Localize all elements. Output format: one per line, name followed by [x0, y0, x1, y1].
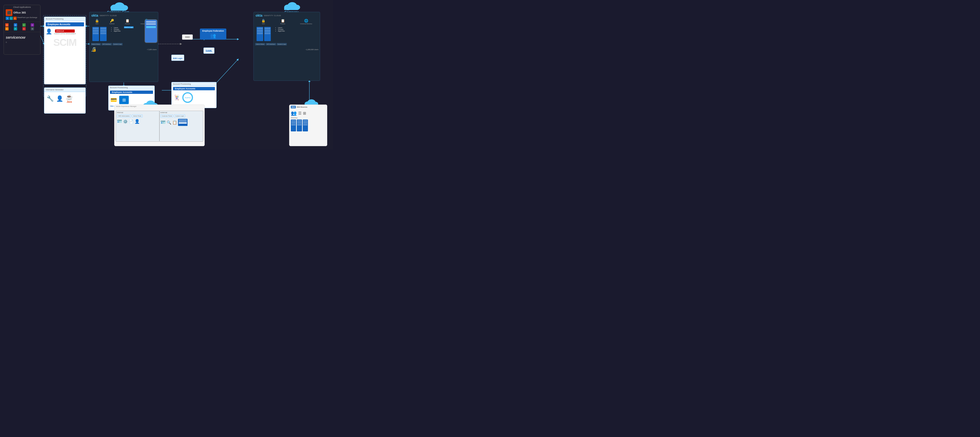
servicenow-sub: ® [4, 41, 40, 43]
api-interface-right: API Interface [266, 43, 276, 45]
feature-directory-right: 🌐 Universal Directory [300, 19, 312, 24]
scim-label: SCIM [44, 36, 86, 49]
doc-icon-adobe: 📋 [172, 120, 177, 125]
app-col-r1 [256, 27, 263, 41]
okta-main-panel: okta IDENTITY CLOUD 🔒 SSO 🔑 DelAuth 📋 Po… [89, 12, 158, 82]
people-icon-wcs: 👥 [291, 110, 297, 116]
bar-item [303, 120, 307, 122]
java-logo: ☕ Java [66, 94, 73, 103]
user-count-right: ~1,200,000 Users [305, 49, 318, 51]
users-item-right: Users [278, 27, 285, 28]
sso-middle-label: SSO [185, 36, 190, 38]
user-gear-icon: 👤 [56, 95, 63, 102]
col-item-r [257, 30, 263, 32]
username-generator-panel: Username Generator 🔧 👤 ☕ Java [44, 87, 86, 114]
okta-logo-area-left: okta IDENTITY CLOUD [89, 12, 158, 18]
app-section-left: Users Groups AppLinks Built-in Login [89, 25, 158, 43]
wcs-bar-3 [303, 120, 308, 131]
app-section-right: Users Groups AppLinks [254, 25, 320, 43]
search-icon-adobe: 🔍 [167, 120, 171, 125]
servicenow-label: servicenow [4, 33, 40, 41]
oracle-label: ORACLE [56, 30, 64, 32]
app-col-r2 [264, 27, 271, 41]
diagram-container: Cloud Applications ⬛ Office 365 S L E Sh… [0, 0, 333, 150]
okta-logo-area-right: okta IDENTITY CLOUD [254, 12, 320, 18]
saml-box: SAML [204, 48, 215, 54]
policies-icon: 📋 [126, 19, 129, 22]
windows-icon: ⊞ [119, 96, 129, 104]
list-icon-wcs: ☰ [298, 111, 302, 116]
app-list-right: Users Groups AppLinks [273, 26, 286, 41]
delauth-card-icon: 💳 [110, 97, 117, 103]
system-logs-right: System Logs [277, 43, 287, 45]
app-list-left: Users Groups AppLinks [109, 26, 122, 41]
phone-btn [146, 26, 156, 28]
phone-mockup [145, 19, 158, 43]
features-row-right: 🔒 SSO 📋 Policies 🌐 Universal Directory [254, 18, 320, 25]
okta-brand-right: okta [256, 14, 262, 17]
admin-portal-label: Admin Portal [132, 114, 142, 117]
person-card-icon-2: 🪪 [161, 120, 165, 125]
col-item [100, 32, 106, 34]
app-icon-6: F [14, 27, 17, 30]
org2org-card-icon: 🃏 [173, 95, 180, 101]
okta-identity-cloud-left: IDENTITY CLOUD [100, 15, 117, 16]
b2b-login-box: B2B Login [171, 55, 184, 61]
okta-right-panel: okta IDENTITY CLOUD 🔒 SSO 📋 Policies 🌐 U… [253, 12, 320, 81]
user-count-right-area: ~1,200,000 Users [254, 46, 320, 52]
employee-federation-label: Employee Federation [202, 30, 224, 32]
col-item [93, 30, 99, 32]
app-icon-1: A [5, 23, 9, 27]
app-col-2 [100, 27, 107, 41]
external-label: external [159, 111, 203, 114]
col-item-r [265, 30, 270, 32]
b2b-login-label: B2B Login [173, 57, 183, 59]
groups-item-right: Groups [278, 28, 285, 30]
col-item [100, 28, 106, 30]
bar-item [303, 122, 307, 124]
person-card-icon-1: 🪪 [117, 119, 122, 124]
policies-icon-right: 📋 [281, 19, 285, 22]
lock-icon-right: 🔒 [261, 19, 265, 22]
oracle-logo: ORACLE [55, 30, 75, 33]
directory-icon-right: 🌐 [304, 19, 308, 22]
saml-label: SAML [205, 50, 212, 52]
exchange-icon: E [13, 17, 17, 20]
sso-label-left: SSO [95, 23, 99, 24]
col-item-r [257, 32, 263, 34]
oracle-sub-label: HUMAN CAPITAL MANAGEMENT [54, 33, 76, 35]
cloud-apps-panel: Cloud Applications ⬛ Office 365 S L E Sh… [3, 5, 40, 55]
office-sub-icons: S L E SharePoint Lync Exchange [4, 16, 40, 20]
admin-roles-right: Admin Roles [255, 43, 265, 45]
phone-input-2 [146, 23, 156, 25]
phone-screen [145, 20, 157, 43]
wcs-bar-1 [291, 120, 296, 131]
java-label: Java [66, 101, 73, 103]
bar-item [291, 122, 296, 124]
person-icon: 👤 [46, 28, 52, 35]
policies-label-left: Policies [125, 23, 130, 24]
employee-accounts-bottom-left-badge: Employee Accounts [110, 90, 153, 94]
bar-item [297, 124, 302, 125]
app-col-1 [92, 27, 99, 41]
col-item [100, 30, 106, 32]
app-icon-2: B [14, 23, 17, 27]
company-corp-cloud-svg [108, 1, 129, 11]
app-icon-8: H [31, 27, 34, 30]
username-gen-title: Username Generator [44, 88, 86, 92]
wrench-icon: 🔧 [47, 95, 54, 102]
users-item-left: Users [114, 27, 121, 28]
sharepoint-label: SharePoint [17, 17, 25, 20]
svg-line-3 [40, 36, 44, 44]
feature-lock-right: 🔒 SSO [261, 19, 265, 24]
org2org-label: Org2Org [185, 97, 191, 98]
login-form-mock [178, 119, 188, 126]
custom-login-label: Custom Login [174, 114, 185, 117]
wcs-bar-2 [297, 120, 302, 131]
okta-brand-left: okta [91, 14, 98, 17]
account-provisioning-left-panel: Account Provisioning Employee Accounts 👤… [44, 17, 86, 84]
okta-identity-cloud-right: IDENTITY CLOUD [264, 15, 281, 16]
sso-middle-box: SSO [182, 35, 193, 40]
file-icon-adobe: 📄 [129, 119, 134, 124]
groups-item-left: Groups [114, 28, 121, 30]
